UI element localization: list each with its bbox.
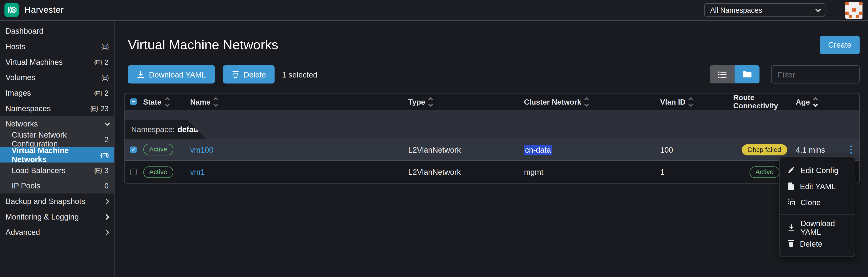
vlan-id-cell: 100 [660,145,733,154]
namespaced-icon: {⊟} [100,151,108,159]
sidebar-item-namespaces[interactable]: Namespaces {⊟}23 [0,101,114,116]
menu-divider [780,215,855,215]
chevron-right-icon [104,214,109,219]
item-count: 2 [104,135,108,143]
networks-table: State Name Type Cluster Network Vlan ID [124,93,860,183]
column-header-name[interactable]: Name [190,98,408,106]
column-header-route-connectivity[interactable]: Route Connectivity [733,94,796,110]
page-header: Virtual Machine Networks Create [124,35,860,54]
sidebar-item-load-balancers[interactable]: Load Balancers {⊟}3 [0,163,114,178]
cluster-network-cell: mgmt [524,168,660,176]
table-row-vm1[interactable]: Active vm1 L2VlanNetwork mgmt 1 Active [125,161,859,183]
row-checkbox[interactable]: ✓ [130,146,137,153]
menu-item-edit-yaml[interactable]: Edit YAML [780,178,855,194]
main-content: Virtual Machine Networks Create Download… [115,22,868,277]
sidebar-item-volumes[interactable]: Volumes {⊟} [0,70,114,85]
column-header-type[interactable]: Type [408,98,524,106]
harvester-logo-icon[interactable] [4,3,19,17]
namespace-group-row: Namespace: default [125,110,859,139]
page-title: Virtual Machine Networks [128,37,278,53]
sidebar-nav: Dashboard Hosts {⊟} Virtual Machines {⊟}… [0,22,115,277]
column-header-age[interactable]: Age [796,98,859,106]
namespaced-icon: {⊟} [101,74,108,81]
sidebar-item-dashboard[interactable]: Dashboard [0,23,114,39]
sidebar-item-hosts[interactable]: Hosts {⊟} [0,39,114,54]
sidebar-group-monitoring-logging[interactable]: Monitoring & Logging [0,209,114,224]
namespaced-icon: {⊟} [94,89,102,97]
list-view-button[interactable] [710,65,735,83]
table-row-vm100[interactable]: ✓ Active vm100 L2VlanNetwork cn-data 100… [125,139,859,161]
table-header-row: State Name Type Cluster Network Vlan ID [125,94,859,110]
networks-group: Networks Cluster Network Configuration 2… [0,116,114,194]
sidebar-item-virtual-machine-networks[interactable]: Virtual Machine Networks {⊟} [0,147,114,163]
chevron-down-icon [104,120,110,126]
type-cell: L2VlanNetwork [408,145,524,154]
namespaced-icon: {⊟} [94,167,102,174]
column-header-cluster-network[interactable]: Cluster Network [524,98,660,106]
top-bar: Harvester All Namespaces [0,0,868,21]
group-value: default [177,125,203,134]
row-checkbox[interactable] [130,169,137,175]
menu-item-delete[interactable]: Delete [780,236,855,251]
download-yaml-button[interactable]: Download YAML [128,65,215,83]
namespace-select[interactable]: All Namespaces [704,3,825,16]
item-count: 2 [104,89,108,97]
folder-icon [743,71,751,78]
namespace-select-value: All Namespaces [710,6,762,14]
download-icon [788,224,795,231]
item-count: 3 [104,166,108,174]
column-header-state[interactable]: State [143,98,190,106]
sidebar-group-backup-and-snapshots[interactable]: Backup and Snapshots [0,194,114,209]
chevron-right-icon [104,230,109,235]
trash-icon [232,70,239,78]
sidebar-item-ip-pools[interactable]: IP Pools 0 [0,178,114,194]
file-icon [788,182,795,190]
sidebar-item-virtual-machines[interactable]: Virtual Machines {⊟}2 [0,54,114,70]
vlan-id-cell: 1 [660,168,733,176]
network-name-link[interactable]: vm1 [190,168,205,176]
age-cell: 4.1 mins [796,145,825,154]
item-count: 2 [104,58,108,66]
sidebar-group-advanced[interactable]: Advanced [0,224,114,240]
chevron-down-icon [815,6,821,12]
harvester-app: Harvester All Namespaces Dashboard Hosts… [0,0,868,277]
namespaced-icon: {⊟} [90,105,98,112]
state-badge: Active [143,166,173,178]
brand-name: Harvester [24,5,64,15]
column-header-vlan-id[interactable]: Vlan ID [660,98,733,106]
sidebar-item-images[interactable]: Images {⊟}2 [0,85,114,101]
sort-icon [214,98,218,106]
list-view-icon [718,70,727,78]
user-avatar[interactable] [845,1,863,19]
delete-button[interactable]: Delete [223,65,275,83]
namespaced-icon: {⊟} [101,43,108,50]
sort-icon [814,98,817,106]
type-cell: L2VlanNetwork [408,168,524,176]
pencil-icon [788,166,795,174]
row-actions-menu: Edit Config Edit YAML Clone [779,157,855,257]
sort-icon [585,98,588,106]
clone-icon [788,199,795,206]
item-count: 0 [104,182,108,190]
sidebar-item-cluster-network-configuration[interactable]: Cluster Network Configuration 2 [0,132,114,147]
menu-item-clone[interactable]: Clone [780,194,855,210]
grouped-view-button[interactable] [735,65,760,83]
view-mode-toggle [710,65,760,83]
route-connectivity-badge: Active [749,166,780,178]
filter-input[interactable] [771,65,860,83]
create-button[interactable]: Create [820,36,860,54]
item-count: 23 [100,104,108,112]
row-actions-kebab-icon[interactable] [850,145,852,153]
namespace-group-tab: Namespace: default [125,120,206,139]
menu-item-edit-config[interactable]: Edit Config [780,162,855,178]
menu-item-download-yaml[interactable]: Download YAML [780,219,855,236]
select-all-checkbox[interactable] [130,99,137,105]
network-name-link[interactable]: vm100 [190,145,214,154]
cluster-network-cell: cn-data [524,145,552,154]
sort-icon [689,98,693,106]
sort-icon [165,98,168,106]
group-label: Namespace: [131,125,175,134]
namespaced-icon: {⊟} [94,59,102,66]
trash-icon [788,240,795,247]
sidebar-group-networks[interactable]: Networks [0,116,114,132]
